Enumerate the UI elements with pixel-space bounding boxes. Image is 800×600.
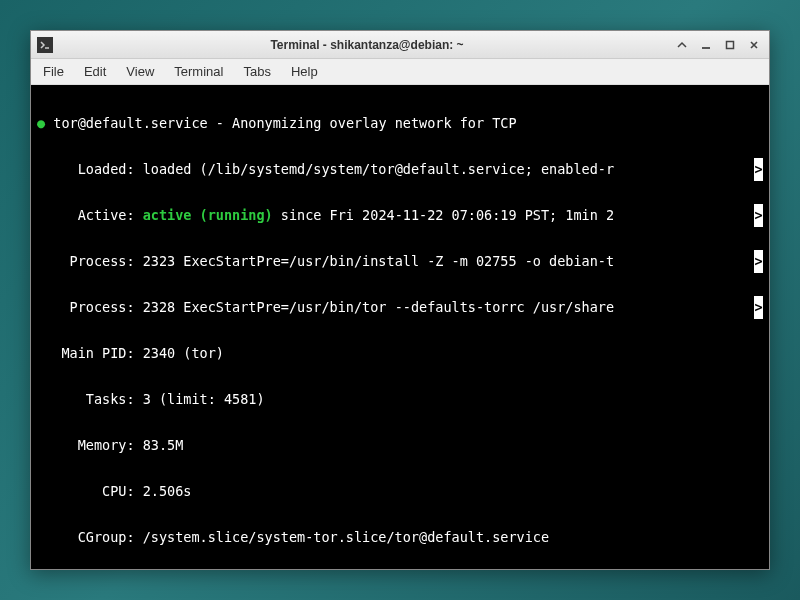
minimize-button[interactable] bbox=[697, 37, 715, 53]
menu-edit[interactable]: Edit bbox=[80, 62, 110, 81]
menubar: File Edit View Terminal Tabs Help bbox=[31, 59, 769, 85]
menu-terminal[interactable]: Terminal bbox=[170, 62, 227, 81]
process-label: Process: bbox=[37, 299, 143, 315]
loaded-label: Loaded: bbox=[37, 161, 143, 177]
menu-file[interactable]: File bbox=[39, 62, 68, 81]
process-label: Process: bbox=[37, 253, 143, 269]
line-truncation-icon: > bbox=[754, 296, 763, 319]
menu-view[interactable]: View bbox=[122, 62, 158, 81]
line-truncation-icon: > bbox=[754, 250, 763, 273]
svg-rect-2 bbox=[727, 41, 734, 48]
process-1: 2323 ExecStartPre=/usr/bin/install -Z -m… bbox=[143, 253, 614, 269]
window-title: Terminal - shikantanza@debian: ~ bbox=[61, 38, 673, 52]
memory: Memory: 83.5M bbox=[37, 434, 763, 457]
terminal-app-icon bbox=[37, 37, 53, 53]
service-name: tor@default.service - Anonymizing overla… bbox=[53, 115, 516, 131]
line-truncation-icon: > bbox=[754, 158, 763, 181]
process-2: 2328 ExecStartPre=/usr/bin/tor --default… bbox=[143, 299, 614, 315]
status-dot-icon: ● bbox=[37, 115, 45, 131]
close-button[interactable] bbox=[745, 37, 763, 53]
maximize-button[interactable] bbox=[721, 37, 739, 53]
terminal-window: Terminal - shikantanza@debian: ~ File Ed… bbox=[30, 30, 770, 570]
active-state: active (running) bbox=[143, 207, 273, 223]
main-pid: Main PID: 2340 (tor) bbox=[37, 342, 763, 365]
line-truncation-icon: > bbox=[754, 204, 763, 227]
titlebar[interactable]: Terminal - shikantanza@debian: ~ bbox=[31, 31, 769, 59]
cgroup: CGroup: /system.slice/system-tor.slice/t… bbox=[37, 526, 763, 549]
cpu: CPU: 2.506s bbox=[37, 480, 763, 503]
tasks: Tasks: 3 (limit: 4581) bbox=[37, 388, 763, 411]
rollup-button[interactable] bbox=[673, 37, 691, 53]
menu-help[interactable]: Help bbox=[287, 62, 322, 81]
active-label: Active: bbox=[37, 207, 143, 223]
menu-tabs[interactable]: Tabs bbox=[239, 62, 274, 81]
terminal-output[interactable]: ● tor@default.service - Anonymizing over… bbox=[31, 85, 769, 569]
loaded-value: loaded (/lib/systemd/system/tor@default.… bbox=[143, 161, 614, 177]
window-controls bbox=[673, 37, 763, 53]
active-since: since Fri 2024-11-22 07:06:19 PST; 1min … bbox=[273, 207, 614, 223]
